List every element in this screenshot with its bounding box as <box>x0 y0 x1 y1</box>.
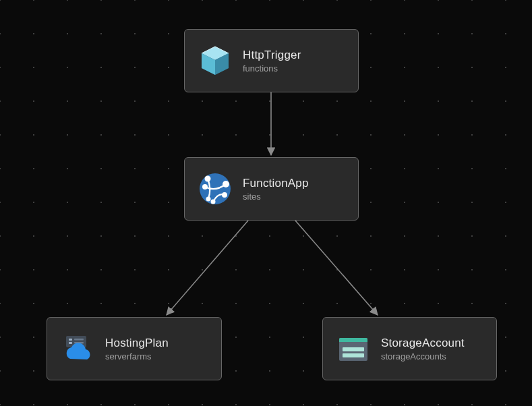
node-title: FunctionApp <box>243 177 309 190</box>
svg-point-10 <box>211 200 216 204</box>
svg-point-11 <box>222 192 227 198</box>
node-title: StorageAccount <box>381 337 465 350</box>
node-subtitle: functions <box>243 63 301 74</box>
svg-rect-14 <box>69 339 72 341</box>
svg-point-8 <box>202 184 208 190</box>
node-title: HttpTrigger <box>243 49 301 62</box>
svg-rect-15 <box>69 342 72 344</box>
svg-rect-16 <box>74 339 84 341</box>
svg-point-7 <box>205 176 211 182</box>
storage-icon <box>336 332 370 366</box>
node-storageaccount[interactable]: StorageAccount storageAccounts <box>322 317 497 380</box>
cube-icon <box>198 44 232 78</box>
node-httptrigger[interactable]: HttpTrigger functions <box>184 29 359 92</box>
svg-point-12 <box>206 197 211 202</box>
svg-rect-21 <box>343 347 364 351</box>
svg-point-9 <box>223 181 229 187</box>
svg-rect-22 <box>343 353 364 357</box>
globe-network-icon <box>198 172 232 206</box>
node-functionapp[interactable]: FunctionApp sites <box>184 157 359 221</box>
node-hostingplan[interactable]: HostingPlan serverfarms <box>47 317 222 380</box>
server-cloud-icon <box>61 332 94 366</box>
node-subtitle: serverfarms <box>105 351 169 361</box>
node-title: HostingPlan <box>105 337 169 350</box>
node-subtitle: storageAccounts <box>381 351 465 361</box>
diagram-canvas: HttpTrigger functions FunctionApp sites <box>0 0 532 406</box>
node-subtitle: sites <box>243 192 309 202</box>
svg-rect-20 <box>339 342 367 344</box>
